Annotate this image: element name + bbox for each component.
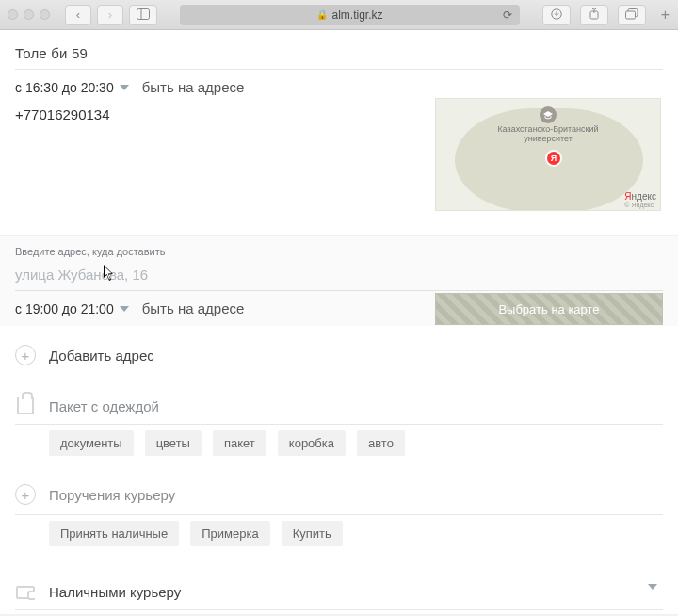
- window-close-dot[interactable]: [8, 9, 18, 20]
- reload-icon[interactable]: ⟳: [503, 8, 512, 22]
- tasks-chips: Принять наличные Примерка Купить: [15, 515, 663, 552]
- pickup-time-label: с 16:30 до 20:30: [15, 80, 114, 95]
- chip-auto[interactable]: авто: [357, 430, 405, 456]
- map-attribution: Яндекс © Яндекс: [624, 191, 656, 208]
- nav-back-button[interactable]: ‹: [65, 5, 91, 25]
- chevron-down-icon: [120, 85, 129, 90]
- chevron-down-icon: [120, 306, 129, 312]
- new-tab-button[interactable]: +: [654, 7, 670, 24]
- tasks-title: Поручения курьеру: [49, 487, 175, 503]
- plus-icon: +: [22, 349, 30, 363]
- map-pin-icon: Я: [547, 152, 560, 165]
- chip-buy[interactable]: Купить: [282, 521, 343, 546]
- pickup-map[interactable]: Казахстанско-Британский университет Я Ян…: [435, 98, 661, 211]
- share-icon: [589, 7, 600, 23]
- plus-icon: +: [22, 488, 30, 502]
- nav-forward-button[interactable]: ›: [97, 5, 123, 25]
- chevron-down-icon: [648, 584, 657, 605]
- window-min-dot[interactable]: [24, 9, 34, 20]
- sidebar-toggle-button[interactable]: [129, 5, 157, 25]
- package-chips: документы цветы пакет коробка авто: [15, 425, 663, 462]
- plus-icon: +: [661, 7, 670, 24]
- lock-icon: 🔒: [316, 9, 328, 20]
- chip-flowers[interactable]: цветы: [145, 430, 202, 456]
- map-poi-label: Казахстанско-Британский университет: [487, 125, 609, 144]
- chip-documents[interactable]: документы: [49, 430, 134, 456]
- payment-title: Наличными курьеру: [49, 584, 181, 600]
- chip-box[interactable]: коробка: [278, 430, 346, 456]
- browser-toolbar: ‹ › 🔒 alm.tigr.kz ⟳: [0, 0, 678, 30]
- add-address-button[interactable]: +: [15, 345, 36, 365]
- url-host: alm.tigr.kz: [331, 8, 382, 22]
- chevron-right-icon: ›: [108, 8, 112, 22]
- window-controls: [8, 9, 50, 20]
- delivery-time-label: с 19:00 до 21:00: [15, 301, 114, 316]
- bag-icon: [17, 397, 34, 414]
- svg-rect-5: [626, 11, 636, 19]
- package-title: Пакет с одеждой: [49, 398, 159, 414]
- pickup-time-select[interactable]: с 16:30 до 20:30: [15, 80, 129, 95]
- add-address-title: Добавить адрес: [49, 348, 154, 364]
- delivery-address-input[interactable]: [15, 257, 663, 291]
- url-bar[interactable]: 🔒 alm.tigr.kz ⟳: [180, 5, 520, 25]
- chevron-left-icon: ‹: [76, 8, 80, 22]
- delivery-address-label: Введите адрес, куда доставить: [15, 246, 663, 257]
- window-max-dot[interactable]: [40, 9, 50, 20]
- wallet-icon: [16, 586, 35, 599]
- payment-select[interactable]: Наличными курьеру: [15, 573, 663, 610]
- chip-accept-cash[interactable]: Принять наличные: [49, 521, 179, 546]
- tabs-icon: [625, 8, 638, 23]
- delivery-note: быть на адресе: [142, 300, 245, 316]
- add-task-button[interactable]: +: [15, 484, 36, 505]
- share-button[interactable]: [580, 5, 608, 25]
- download-icon: [551, 8, 562, 23]
- chip-bag[interactable]: пакет: [213, 430, 266, 456]
- graduation-cap-icon: [540, 106, 557, 123]
- svg-rect-0: [137, 8, 150, 19]
- pickup-note: быть на адресе: [142, 79, 245, 95]
- tabs-button[interactable]: [618, 5, 646, 25]
- chip-fitting[interactable]: Примерка: [190, 521, 269, 546]
- pickup-address: Толе би 59: [15, 45, 663, 61]
- delivery-time-select[interactable]: с 19:00 до 21:00: [15, 301, 129, 316]
- sidebar-icon: [137, 8, 150, 23]
- choose-on-map-button[interactable]: Выбрать на карте: [435, 293, 663, 325]
- downloads-button[interactable]: [542, 5, 571, 25]
